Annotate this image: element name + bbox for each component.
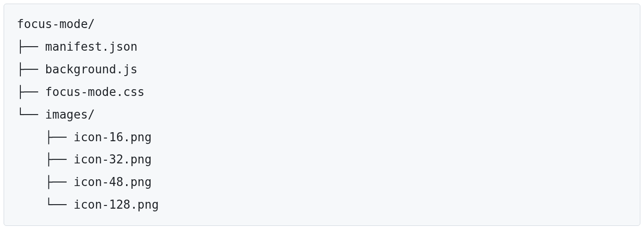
tree-line-folder: └── images/ bbox=[17, 104, 627, 126]
tree-line-file: ├── icon-48.png bbox=[17, 171, 627, 194]
tree-line-file: ├── focus-mode.css bbox=[17, 81, 627, 104]
tree-line-file: ├── manifest.json bbox=[17, 36, 627, 58]
tree-line-file: └── icon-128.png bbox=[17, 194, 627, 216]
tree-line-file: ├── icon-32.png bbox=[17, 148, 627, 171]
tree-line-file: ├── background.js bbox=[17, 58, 627, 81]
file-tree-block: focus-mode/├── manifest.json├── backgrou… bbox=[4, 4, 640, 226]
tree-line-file: ├── icon-16.png bbox=[17, 126, 627, 149]
tree-line-root: focus-mode/ bbox=[17, 13, 627, 36]
